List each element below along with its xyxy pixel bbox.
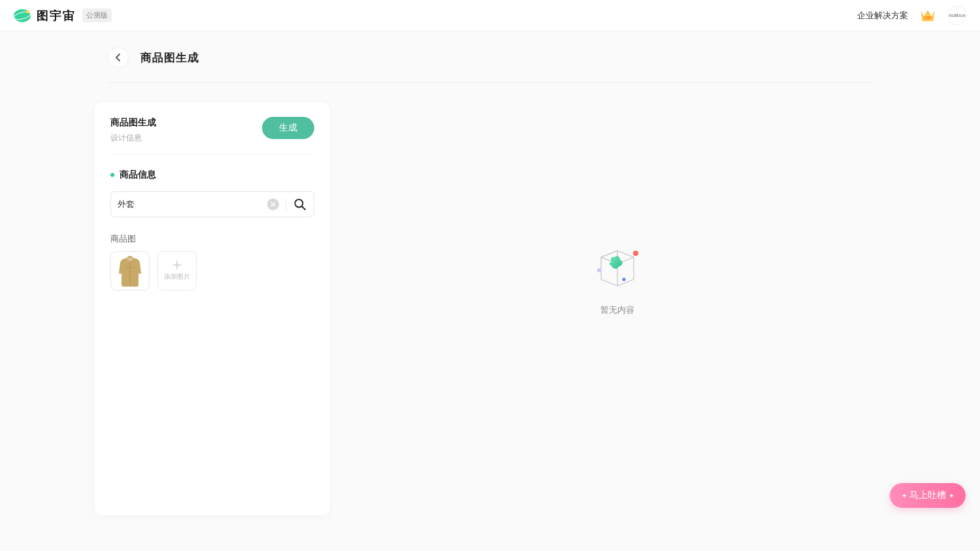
image-thumbs: 添加图片 xyxy=(110,251,314,291)
section-label-text: 商品信息 xyxy=(120,169,156,181)
search-icon xyxy=(293,198,306,211)
breadcrumb: 商品图生成 xyxy=(108,47,872,82)
back-button[interactable] xyxy=(108,47,129,68)
avatar[interactable]: nolibox xyxy=(947,6,967,25)
product-image-thumb[interactable] xyxy=(110,251,150,291)
product-name-input-row xyxy=(110,191,314,217)
coat-thumbnail-icon xyxy=(114,253,146,289)
search-button[interactable] xyxy=(293,197,307,212)
product-name-input[interactable] xyxy=(118,200,267,210)
add-image-label: 添加图片 xyxy=(164,272,190,281)
svg-point-7 xyxy=(623,278,626,281)
clear-button[interactable] xyxy=(267,198,279,210)
empty-text: 暂无内容 xyxy=(600,304,634,316)
content: 商品图生成 设计信息 生成 商品信息 xyxy=(0,83,980,515)
svg-point-5 xyxy=(633,251,638,256)
vip-icon[interactable]: VIP xyxy=(919,8,937,24)
image-field-label: 商品图 xyxy=(110,233,314,245)
svg-point-2 xyxy=(26,10,29,13)
avatar-label: nolibox xyxy=(949,12,965,18)
sparkle-right-icon: ✦ xyxy=(949,492,954,499)
chevron-left-icon xyxy=(114,53,123,62)
svg-text:VIP: VIP xyxy=(924,16,932,20)
result-area: 暂无内容 xyxy=(350,102,885,515)
generate-button[interactable]: 生成 xyxy=(262,117,314,139)
header-right: 企业解决方案 VIP nolibox xyxy=(857,6,967,25)
empty-box-icon xyxy=(591,243,644,294)
sparkle-left-icon: ✦ xyxy=(902,492,907,499)
page-title: 商品图生成 xyxy=(140,50,199,65)
svg-point-6 xyxy=(597,268,601,272)
divider xyxy=(286,198,286,211)
logo[interactable]: 图宇宙 xyxy=(13,7,76,25)
empty-state: 暂无内容 xyxy=(591,243,644,316)
settings-panel: 商品图生成 设计信息 生成 商品信息 xyxy=(95,102,330,515)
close-icon xyxy=(270,202,276,207)
main: 商品图生成 商品图生成 设计信息 生成 商品信息 xyxy=(0,31,980,515)
header-left: 图宇宙 公测版 xyxy=(13,7,112,25)
app-header: 图宇宙 公测版 企业解决方案 VIP nolibox xyxy=(0,0,980,31)
plus-icon xyxy=(172,260,182,270)
add-image-button[interactable]: 添加图片 xyxy=(157,251,197,291)
panel-header: 商品图生成 设计信息 生成 xyxy=(110,117,314,155)
panel-subtitle: 设计信息 xyxy=(110,133,156,144)
svg-point-4 xyxy=(295,200,303,208)
section-label: 商品信息 xyxy=(110,169,314,181)
feedback-button[interactable]: ✦ 马上吐槽 ✦ xyxy=(890,483,966,508)
panel-title: 商品图生成 xyxy=(110,117,156,129)
feedback-label: 马上吐槽 xyxy=(909,490,946,501)
app-name: 图宇宙 xyxy=(37,8,76,24)
enterprise-link[interactable]: 企业解决方案 xyxy=(857,10,908,22)
logo-icon xyxy=(13,7,31,25)
bullet-icon xyxy=(110,173,114,177)
beta-badge: 公测版 xyxy=(82,8,112,22)
